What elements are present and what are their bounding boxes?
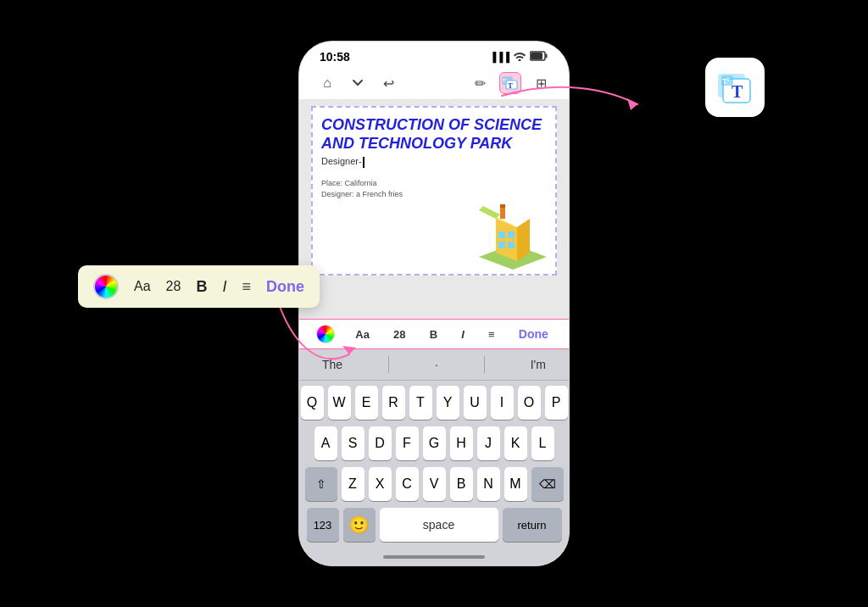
floating-size-label[interactable]: 28 bbox=[166, 279, 181, 294]
svg-text:T: T bbox=[732, 82, 743, 101]
autocomplete-divider1 bbox=[388, 356, 389, 373]
key-g[interactable]: G bbox=[423, 426, 446, 460]
key-k[interactable]: K bbox=[504, 426, 527, 460]
svg-rect-24 bbox=[500, 206, 505, 219]
keyboard-row-1: Q W E R T Y U I O P bbox=[303, 386, 565, 420]
chevron-down-icon[interactable] bbox=[347, 72, 369, 94]
key-c[interactable]: C bbox=[396, 467, 419, 501]
autocomplete-word3[interactable]: I'm bbox=[531, 358, 546, 371]
key-x[interactable]: X bbox=[369, 467, 392, 501]
key-u[interactable]: U bbox=[464, 386, 487, 420]
toolbar-left: ⌂ ↩ bbox=[316, 72, 399, 94]
keyboard-row-3: ⇧ Z X C V B N M ⌫ bbox=[303, 467, 565, 501]
format-bold-button[interactable]: B bbox=[426, 326, 441, 342]
autocomplete-divider2 bbox=[484, 356, 485, 373]
key-o[interactable]: O bbox=[518, 386, 541, 420]
document-page: CONSTRUCTION OF SCIENCE AND TECHNOLOGY P… bbox=[311, 106, 557, 276]
key-h[interactable]: H bbox=[450, 426, 473, 460]
home-icon[interactable]: ⌂ bbox=[316, 72, 338, 94]
format-done-button[interactable]: Done bbox=[515, 326, 552, 342]
return-key[interactable]: return bbox=[503, 508, 562, 542]
status-icons: ▐▐▐ bbox=[490, 51, 548, 63]
document-subtitle: Designer- bbox=[321, 156, 547, 168]
svg-rect-18 bbox=[498, 231, 505, 238]
key-i[interactable]: I bbox=[491, 386, 514, 420]
text-replace-icon-active[interactable]: T Tᵀ bbox=[499, 72, 521, 94]
shift-key[interactable]: ⇧ bbox=[305, 467, 337, 501]
key-v[interactable]: V bbox=[423, 467, 446, 501]
key-z[interactable]: Z bbox=[342, 467, 364, 501]
document-area[interactable]: CONSTRUCTION OF SCIENCE AND TECHNOLOGY P… bbox=[299, 99, 569, 319]
floating-align-icon[interactable]: ≡ bbox=[242, 278, 251, 296]
numbers-key[interactable]: 123 bbox=[307, 508, 339, 542]
pencil-icon[interactable]: ✏ bbox=[469, 72, 491, 94]
key-d[interactable]: D bbox=[369, 426, 392, 460]
key-r[interactable]: R bbox=[382, 386, 405, 420]
key-m[interactable]: M bbox=[504, 467, 527, 501]
format-italic-button[interactable]: I bbox=[458, 326, 468, 342]
toolbar-right: ✏ T Tᵀ ⊞ bbox=[469, 72, 552, 94]
keyboard: Q W E R T Y U I O P A S D F G H J K bbox=[299, 381, 569, 549]
key-n[interactable]: N bbox=[477, 467, 500, 501]
floating-italic-label[interactable]: I bbox=[222, 278, 226, 296]
floating-done-button[interactable]: Done bbox=[266, 278, 304, 296]
key-w[interactable]: W bbox=[328, 386, 351, 420]
keyboard-row-2: A S D F G H J K L bbox=[303, 426, 565, 460]
key-b[interactable]: B bbox=[450, 467, 473, 501]
keyboard-row-4: 123 🙂 space return bbox=[303, 508, 565, 542]
document-title-line2: AND TECHNOLOGY PARK bbox=[321, 135, 547, 153]
svg-text:T: T bbox=[508, 81, 513, 90]
key-t[interactable]: T bbox=[409, 386, 432, 420]
key-j[interactable]: J bbox=[477, 426, 500, 460]
format-align-icon[interactable]: ≡ bbox=[485, 326, 498, 342]
format-font-label[interactable]: Aa bbox=[352, 326, 373, 342]
delete-key[interactable]: ⌫ bbox=[531, 467, 564, 501]
share-icon[interactable]: ⊞ bbox=[530, 72, 552, 94]
floating-format-toolbar: Aa 28 B I ≡ Done bbox=[78, 265, 320, 308]
app-toolbar: ⌂ ↩ ✏ T Tᵀ ⊞ bbox=[299, 67, 569, 99]
svg-text:Tᵀ: Tᵀ bbox=[722, 77, 730, 86]
autocomplete-word1[interactable]: The bbox=[322, 358, 342, 371]
status-bar: 10:58 ▐▐▐ bbox=[299, 42, 569, 67]
key-l[interactable]: L bbox=[531, 426, 554, 460]
document-illustration bbox=[470, 198, 555, 274]
key-a[interactable]: A bbox=[314, 426, 337, 460]
key-e[interactable]: E bbox=[355, 386, 378, 420]
document-title-line1: CONSTRUCTION OF SCIENCE bbox=[321, 116, 547, 135]
format-color-wheel[interactable] bbox=[316, 325, 335, 343]
autocomplete-bar: The · I'm bbox=[299, 349, 569, 381]
home-bar bbox=[383, 555, 485, 559]
emoji-key[interactable]: 🙂 bbox=[343, 508, 376, 542]
wifi-icon bbox=[513, 51, 526, 63]
floating-color-wheel[interactable] bbox=[93, 274, 119, 299]
svg-rect-8 bbox=[546, 54, 548, 58]
svg-rect-19 bbox=[508, 231, 515, 238]
key-y[interactable]: Y bbox=[437, 386, 459, 420]
home-indicator bbox=[299, 549, 569, 565]
svg-rect-21 bbox=[508, 242, 515, 248]
key-s[interactable]: S bbox=[342, 426, 364, 460]
battery-icon bbox=[530, 51, 548, 63]
in-phone-format-toolbar: Aa 28 B I ≡ Done bbox=[299, 319, 569, 349]
undo-icon[interactable]: ↩ bbox=[377, 72, 399, 94]
svg-rect-25 bbox=[500, 204, 505, 208]
floating-bold-label[interactable]: B bbox=[196, 278, 207, 296]
autocomplete-word2: · bbox=[435, 358, 438, 371]
svg-rect-9 bbox=[531, 53, 542, 59]
svg-marker-1 bbox=[627, 98, 637, 110]
signal-icon: ▐▐▐ bbox=[490, 52, 509, 62]
floating-text-replace-icon[interactable]: T Tᵀ bbox=[705, 58, 765, 117]
floating-font-label[interactable]: Aa bbox=[134, 279, 151, 294]
svg-rect-20 bbox=[498, 242, 505, 248]
key-q[interactable]: Q bbox=[301, 386, 324, 420]
key-f[interactable]: F bbox=[396, 426, 419, 460]
space-key[interactable]: space bbox=[380, 508, 498, 542]
format-size-label[interactable]: 28 bbox=[390, 326, 409, 342]
svg-marker-22 bbox=[479, 206, 500, 219]
status-time: 10:58 bbox=[320, 50, 350, 64]
phone-mockup: 10:58 ▐▐▐ ⌂ ↩ ✏ bbox=[298, 41, 570, 566]
key-p[interactable]: P bbox=[545, 386, 568, 420]
